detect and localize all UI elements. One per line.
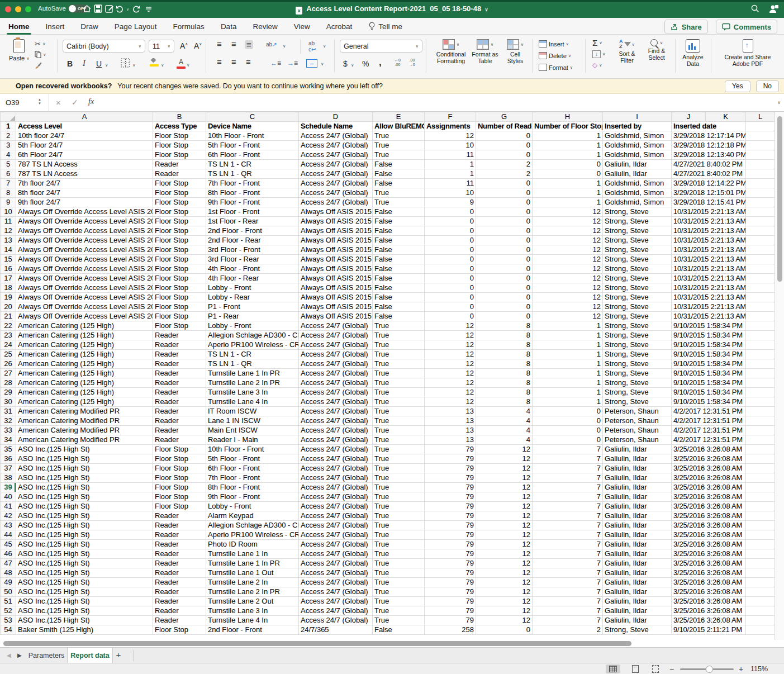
cell[interactable]: 787 TS LN Access [16,169,153,179]
cell[interactable]: American Catering (125 High) [16,378,153,388]
cell[interactable]: Turnstile Lane 1 In PR [206,559,299,568]
cell[interactable]: Reader [153,578,206,587]
cell[interactable]: 0 [425,245,476,255]
cell[interactable]: Access 24/7 (Global) [299,150,373,160]
row-header[interactable]: 52 [1,606,16,616]
cell[interactable]: 9/10/2015 1:58:34 PM [672,397,746,407]
cell[interactable]: 3/29/2018 12:12:18 PM [672,141,746,150]
cell[interactable]: Always Off Override Access Level ASIS 20… [16,245,153,255]
page-break-view-button[interactable] [648,664,663,673]
cell[interactable]: 12 [425,131,476,141]
cell[interactable]: 12 [476,597,533,606]
cell[interactable]: Reader [153,340,206,350]
cell[interactable]: Access 24/7 (Global) [299,597,373,606]
cell[interactable]: Floor Stop [153,255,206,264]
cell[interactable]: Access 24/7 (Global) [299,331,373,340]
cell[interactable]: Peterson, Shaun [603,407,672,416]
cell[interactable]: Turnstile Lane 4 In [206,397,299,407]
cell[interactable]: ASO Inc.(125 High St) [16,521,153,530]
cell[interactable]: 0 [425,274,476,283]
cell[interactable]: False [373,274,425,283]
cell[interactable]: 10/31/2015 2:21:13 AM [672,302,746,312]
cell[interactable]: 10th Floor - Front [206,445,299,454]
cell[interactable]: 10/31/2015 2:21:13 AM [672,226,746,236]
row-header[interactable]: 9 [1,198,16,207]
share-button[interactable]: Share [664,20,708,34]
cell[interactable]: American Catering Modified PR [16,416,153,426]
cell[interactable]: Strong, Steve [603,321,672,331]
cell[interactable]: Access 24/7 (Global) [299,464,373,473]
tab-tell-me[interactable]: Tell me [368,18,403,34]
cell[interactable] [746,559,775,568]
sheet-prev-icon[interactable]: ◀ [7,652,11,658]
cell[interactable]: 0 [533,407,603,416]
cell[interactable]: Goldshmid, Simon [603,179,672,188]
cell[interactable]: Floor Stop [153,150,206,160]
cell[interactable]: 79 [425,473,476,483]
cell[interactable] [746,568,775,578]
cell[interactable]: Access 24/7 (Global) [299,340,373,350]
zoom-slider-knob[interactable] [706,666,713,673]
cell[interactable]: Reader [153,568,206,578]
cell[interactable]: 1 [533,350,603,359]
cell[interactable]: 1st Floor - Rear [206,217,299,226]
cell[interactable] [746,426,775,435]
cell[interactable]: 1 [425,169,476,179]
cell[interactable] [746,587,775,597]
cell[interactable]: 12 [533,283,603,293]
cell[interactable]: P1 - Front [206,302,299,312]
cell[interactable]: 3/25/2016 3:26:08 AM [672,578,746,587]
cell[interactable]: 2 [476,169,533,179]
cell[interactable]: ASO Inc.(125 High St) [16,511,153,521]
cell[interactable]: Access 24/7 (Global) [299,388,373,397]
cell[interactable] [746,236,775,245]
cell[interactable] [746,331,775,340]
cell[interactable]: 0 [425,283,476,293]
cell[interactable]: 12 [476,540,533,549]
row-header[interactable]: 54 [1,625,16,635]
cell[interactable]: 79 [425,530,476,540]
cell[interactable]: Baker Smith (125 High) [16,625,153,635]
cell[interactable] [746,321,775,331]
cell[interactable]: Access 24/7 (Global) [299,454,373,464]
cell[interactable]: 12 [476,521,533,530]
cell[interactable]: 0 [476,236,533,245]
cell[interactable]: 10/31/2015 2:21:13 AM [672,245,746,255]
cell[interactable]: Always Off Override Access Level ASIS 20… [16,226,153,236]
cell[interactable]: 6th Floor - Front [206,150,299,160]
cell[interactable]: 12 [476,549,533,559]
cell[interactable]: 7th floor 24/7 [16,179,153,188]
cell[interactable] [746,131,775,141]
cell[interactable]: Strong, Steve [603,312,672,321]
cell[interactable]: True [373,426,425,435]
cell[interactable]: Reader [153,369,206,378]
cell[interactable]: 3/29/2018 12:13:40 PM [672,150,746,160]
column-header[interactable]: C [206,112,299,122]
cell[interactable]: 12 [476,511,533,521]
cell[interactable]: Peterson, Shaun [603,426,672,435]
cell[interactable]: True [373,597,425,606]
row-header[interactable]: 20 [1,302,16,312]
cell[interactable] [746,435,775,445]
tab-home[interactable]: Home [8,19,30,34]
cell[interactable]: True [373,150,425,160]
cell[interactable]: ASO Inc.(125 High St) [16,502,153,511]
cell[interactable]: 3/25/2016 3:26:08 AM [672,606,746,616]
cell[interactable]: 1 [533,359,603,369]
cell[interactable]: Access 24/7 (Global) [299,549,373,559]
cell[interactable]: American Catering (125 High) [16,369,153,378]
bold-button[interactable]: B [67,59,73,68]
decrease-indent-button[interactable]: ←≡ [270,59,281,67]
cell[interactable]: Access 24/7 (Global) [299,568,373,578]
column-header[interactable]: I [603,112,672,122]
cell[interactable]: 9th Floor - Front [206,198,299,207]
cell[interactable]: True [373,587,425,597]
cell[interactable]: 79 [425,559,476,568]
cell[interactable]: Reader [153,549,206,559]
cell[interactable] [746,407,775,416]
cell[interactable]: 9th Floor - Front [206,492,299,502]
cell[interactable]: 0 [476,179,533,188]
cell[interactable] [746,160,775,169]
row-header[interactable]: 42 [1,511,16,521]
fill-color-chevron-icon[interactable]: ∨ [161,63,164,68]
